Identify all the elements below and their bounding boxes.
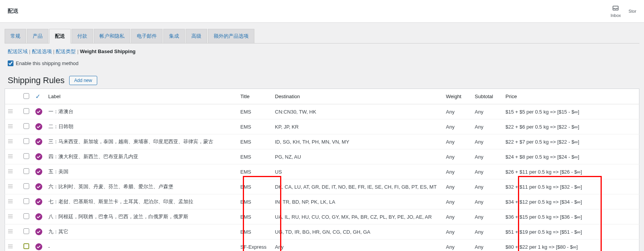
th-subtotal: Subtotal (472, 89, 503, 104)
th-price: Price (503, 89, 639, 104)
drag-handle-icon[interactable] (8, 169, 13, 175)
row-checkbox[interactable] (23, 213, 29, 219)
status-enabled-icon[interactable] (35, 108, 42, 115)
table-row[interactable]: 八：阿根廷，阿联酋，巴拿马，巴西，波兰，白俄罗斯，俄罗斯EMSUA, IL, R… (5, 209, 639, 224)
cell-subtotal: Any (472, 194, 503, 209)
table-row[interactable]: 七：老挝、巴基斯坦、斯里兰卡，土耳其、尼泊尔、印度、孟加拉EMSIN, TR, … (5, 194, 639, 209)
tabs: 常规产品配送付款帐户和隐私电子邮件集成高级额外的产品选项 (5, 29, 639, 44)
row-checkbox[interactable] (23, 168, 29, 174)
cell-title: EMS (237, 179, 272, 194)
status-enabled-icon[interactable] (35, 123, 42, 130)
cell-price: $32 + $11 per 0.5 kg => [$32 - $∞] (503, 179, 639, 194)
cell-destination: UG, TD, IR, BG, HR, GN, CG, CD, GH, GA (272, 224, 443, 239)
rules-table: ✓ Label Title Destination Weight Subtota… (5, 89, 639, 251)
row-checkbox[interactable] (23, 183, 29, 189)
cell-subtotal: Any (472, 239, 503, 251)
cell-subtotal: Any (472, 149, 503, 164)
status-enabled-icon[interactable] (35, 153, 42, 160)
drag-handle-icon[interactable] (8, 244, 13, 250)
cell-subtotal: Any (472, 134, 503, 149)
cell-title: EMS (237, 224, 272, 239)
drag-handle-icon[interactable] (8, 214, 13, 220)
table-row[interactable]: 五：美国EMSUSAnyAny$26 + $11 per 0.5 kg => [… (5, 164, 639, 179)
subtabs: 配送区域 | 配送选项 | 配送类型 | Weight Based Shippi… (5, 44, 639, 58)
cell-weight: Any (443, 104, 472, 119)
subtab-options[interactable]: 配送选项 (32, 49, 52, 54)
drag-handle-icon[interactable] (8, 229, 13, 235)
cell-destination: UA, IL, RU, HU, CU, CO, GY, MX, PA, BR, … (272, 209, 443, 224)
status-enabled-icon[interactable] (35, 168, 42, 175)
th-weight: Weight (443, 89, 472, 104)
row-checkbox[interactable] (23, 198, 29, 204)
row-checkbox[interactable] (23, 153, 29, 159)
tab-3[interactable]: 付款 (71, 29, 93, 43)
subtab-current: Weight Based Shipping (80, 49, 136, 54)
select-all-checkbox[interactable] (23, 93, 29, 99)
drag-handle-icon[interactable] (8, 109, 13, 115)
row-checkbox[interactable] (23, 228, 29, 234)
cell-weight: Any (443, 164, 472, 179)
table-row[interactable]: -SF-ExpressAnyAnyAny$80 + $22 per 1 kg =… (5, 239, 639, 251)
drag-handle-icon[interactable] (8, 199, 13, 205)
tab-4[interactable]: 帐户和隐私 (94, 29, 130, 43)
cell-title: EMS (237, 134, 272, 149)
cell-label: 一：港澳台 (45, 104, 237, 119)
cell-destination: KP, JP, KR (272, 119, 443, 134)
row-checkbox[interactable] (23, 138, 29, 144)
page-title: 配送 (8, 8, 18, 15)
status-enabled-icon[interactable] (35, 228, 42, 235)
row-checkbox[interactable] (23, 108, 29, 114)
table-row[interactable]: 四：澳大利亚、新西兰、巴布亚新几内亚EMSPG, NZ, AUAnyAny$24… (5, 149, 639, 164)
cell-label: 七：老挝、巴基斯坦、斯里兰卡，土耳其、尼泊尔、印度、孟加拉 (45, 194, 237, 209)
topbar-right: Inbox Stor (611, 5, 636, 18)
inbox-button[interactable]: Inbox (611, 5, 621, 18)
tab-0[interactable]: 常规 (5, 29, 26, 43)
tab-5[interactable]: 电子邮件 (131, 29, 163, 43)
cell-destination: US (272, 164, 443, 179)
enable-checkbox-input[interactable] (8, 60, 13, 66)
table-row[interactable]: 六：比利时、英国、丹麦、芬兰、希腊、爱尔兰、卢森堡EMSDK, CA, LU, … (5, 179, 639, 194)
drag-handle-icon[interactable] (8, 139, 13, 145)
drag-handle-icon[interactable] (8, 124, 13, 130)
cell-label: 八：阿根廷，阿联酋，巴拿马，巴西，波兰，白俄罗斯，俄罗斯 (45, 209, 237, 224)
status-enabled-icon[interactable] (35, 243, 42, 250)
table-row[interactable]: 九：其它EMSUG, TD, IR, BG, HR, GN, CG, CD, G… (5, 224, 639, 239)
subtab-zones[interactable]: 配送区域 (8, 49, 28, 54)
cell-weight: Any (443, 224, 472, 239)
store-button[interactable]: Stor (629, 9, 636, 13)
subtab-classes[interactable]: 配送类型 (56, 49, 76, 54)
th-label: Label (45, 89, 237, 104)
status-enabled-icon[interactable] (35, 183, 42, 190)
cell-label: - (45, 239, 237, 251)
status-enabled-icon[interactable] (35, 198, 42, 205)
cell-label: 六：比利时、英国、丹麦、芬兰、希腊、爱尔兰、卢森堡 (45, 179, 237, 194)
row-checkbox[interactable] (23, 243, 29, 249)
cell-title: SF-Express (237, 239, 272, 251)
row-checkbox[interactable] (23, 123, 29, 129)
cell-subtotal: Any (472, 164, 503, 179)
drag-handle-icon[interactable] (8, 154, 13, 160)
cell-label: 三：马来西亚、新加坡，泰国，越南、柬埔寨、印度尼西亚、菲律宾，蒙古 (45, 134, 237, 149)
cell-subtotal: Any (472, 104, 503, 119)
drag-handle-icon[interactable] (8, 184, 13, 190)
cell-label: 四：澳大利亚、新西兰、巴布亚新几内亚 (45, 149, 237, 164)
enable-checkbox[interactable]: Enable this shipping method (5, 58, 639, 66)
tab-2[interactable]: 配送 (49, 29, 71, 44)
tab-6[interactable]: 集成 (163, 29, 185, 43)
status-enabled-icon[interactable] (35, 138, 42, 145)
add-new-button[interactable]: Add new (69, 76, 97, 85)
cell-destination: IN, TR, BD, NP, PK, LK, LA (272, 194, 443, 209)
cell-label: 九：其它 (45, 224, 237, 239)
table-row[interactable]: 三：马来西亚、新加坡，泰国，越南、柬埔寨、印度尼西亚、菲律宾，蒙古EMSID, … (5, 134, 639, 149)
tab-1[interactable]: 产品 (27, 29, 48, 43)
tab-7[interactable]: 高级 (186, 29, 207, 43)
table-row[interactable]: 二：日韩朝EMSKP, JP, KRAnyAny$22 + $6 per 0.5… (5, 119, 639, 134)
store-label: Stor (629, 9, 636, 13)
status-enabled-icon[interactable] (35, 213, 42, 220)
cell-price: $36 + $15 per 0.5 kg => [$36 - $∞] (503, 209, 639, 224)
table-row[interactable]: 一：港澳台EMSCN:CN30, TW, HKAnyAny$15 + $5 pe… (5, 104, 639, 119)
tab-8[interactable]: 额外的产品选项 (208, 29, 254, 43)
cell-weight: Any (443, 119, 472, 134)
status-header-icon: ✓ (35, 93, 40, 100)
cell-weight: Any (443, 239, 472, 251)
